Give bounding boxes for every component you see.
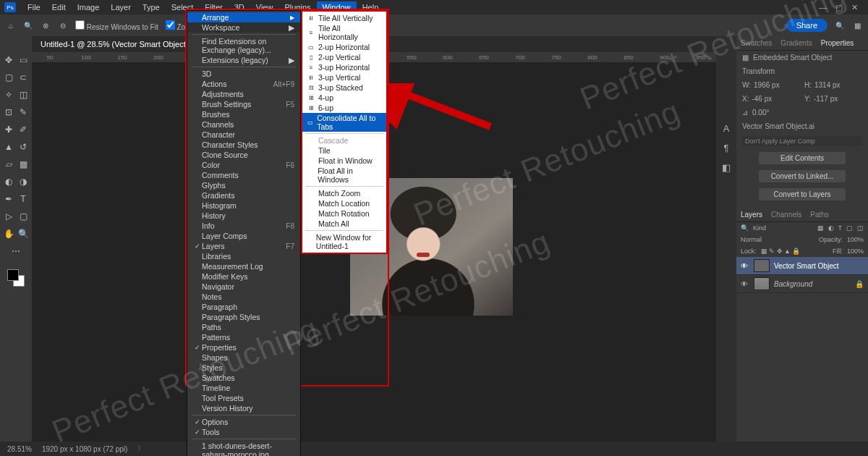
- type-panel-icon[interactable]: A: [723, 123, 730, 134]
- opacity-field[interactable]: 100%: [847, 236, 864, 243]
- menu-item[interactable]: ⊞6-up: [302, 103, 386, 113]
- menu-item[interactable]: Paragraph: [187, 302, 300, 312]
- wand-tool[interactable]: ✧: [2, 88, 15, 101]
- menu-item[interactable]: Glyphs: [187, 180, 300, 190]
- filter-pixel-icon[interactable]: ▦: [817, 224, 824, 232]
- menu-item[interactable]: Find Extensions on Exchange (legacy)...: [187, 36, 300, 55]
- swatches-panel-icon[interactable]: ◧: [722, 162, 731, 173]
- maximize-button[interactable]: ▢: [835, 3, 843, 12]
- menu-image[interactable]: Image: [72, 1, 106, 13]
- menu-item[interactable]: History: [187, 211, 300, 221]
- edit-toolbar[interactable]: ⋯: [9, 245, 22, 258]
- path-tool[interactable]: ▷: [2, 210, 15, 223]
- layer-row[interactable]: 👁Background🔒: [736, 275, 868, 293]
- zoom-tool[interactable]: 🔍: [17, 227, 30, 240]
- tab-gradients[interactable]: Gradients: [776, 37, 816, 49]
- menu-item[interactable]: Histogram: [187, 200, 300, 211]
- layer-row[interactable]: 👁Vector Smart Object: [736, 257, 868, 275]
- lasso-tool[interactable]: ⊂: [17, 71, 30, 84]
- search-icon[interactable]: 🔍: [835, 20, 845, 30]
- visibility-icon[interactable]: 👁: [741, 280, 749, 288]
- stamp-tool[interactable]: ▲: [2, 140, 15, 153]
- filter-smart-icon[interactable]: ◫: [857, 224, 864, 232]
- menu-edit[interactable]: Edit: [46, 1, 72, 13]
- type-tool[interactable]: T: [17, 193, 30, 206]
- tab-channels[interactable]: Channels: [767, 208, 806, 221]
- workspace-icon[interactable]: ▦: [852, 20, 862, 30]
- menu-item[interactable]: Workspace▶: [187, 22, 300, 33]
- menu-item[interactable]: ⫼Tile All Vertically: [302, 13, 386, 23]
- tab-layers[interactable]: Layers: [736, 208, 767, 221]
- share-button[interactable]: Share: [786, 19, 827, 32]
- marquee-tool[interactable]: ▢: [2, 71, 15, 84]
- menu-item[interactable]: Timeline: [187, 383, 300, 393]
- convert-linked-button[interactable]: Convert to Linked...: [759, 170, 846, 182]
- menu-item[interactable]: Patterns: [187, 332, 300, 342]
- move-tool[interactable]: ✥: [2, 54, 15, 67]
- menu-item[interactable]: Channels: [187, 119, 300, 130]
- zoom-tool-icon[interactable]: 🔍: [23, 20, 33, 30]
- menu-item[interactable]: Paths: [187, 322, 300, 332]
- x-field[interactable]: -46 px: [752, 95, 772, 103]
- menu-item[interactable]: ≡3-up Horizontal: [302, 62, 386, 72]
- height-field[interactable]: 1314 px: [814, 81, 841, 89]
- menu-item[interactable]: Match Zoom: [302, 188, 386, 198]
- menu-item[interactable]: Gradients: [187, 190, 300, 200]
- heal-tool[interactable]: ✚: [2, 123, 15, 136]
- menu-item[interactable]: Brushes: [187, 109, 300, 119]
- zoom-readout[interactable]: 28.51%: [7, 445, 32, 453]
- menu-item[interactable]: Tile: [302, 145, 386, 156]
- tab-paths[interactable]: Paths: [806, 208, 833, 221]
- shape-tool[interactable]: ▢: [17, 210, 30, 223]
- menu-item[interactable]: Extensions (legacy)▶: [187, 55, 300, 65]
- menu-item[interactable]: Float All in Windows: [302, 166, 386, 185]
- menu-item[interactable]: Clone Source: [187, 150, 300, 160]
- menu-item[interactable]: ✓Options: [187, 417, 300, 427]
- menu-item[interactable]: ▭Consolidate All to Tabs: [302, 113, 386, 132]
- menu-item[interactable]: ⊞4-up: [302, 93, 386, 103]
- menu-item[interactable]: Brush SettingsF5: [187, 99, 300, 109]
- menu-item[interactable]: Swatches: [187, 373, 300, 383]
- eraser-tool[interactable]: ▱: [2, 158, 15, 171]
- filter-kind-icon[interactable]: 🔍: [741, 224, 749, 232]
- filter-type-icon[interactable]: T: [838, 224, 843, 232]
- menu-item[interactable]: Layer Comps: [187, 231, 300, 241]
- menu-item[interactable]: 1 shot-dunes-desert-sahara-morocco.jpg: [187, 441, 300, 456]
- blend-mode-select[interactable]: Normal: [741, 236, 762, 243]
- menu-item[interactable]: 3D: [187, 69, 300, 79]
- menu-item[interactable]: ▭2-up Horizontal: [302, 42, 386, 52]
- zoom-in-icon[interactable]: ⊕: [41, 20, 51, 30]
- menu-item[interactable]: InfoF8: [187, 221, 300, 231]
- width-field[interactable]: 1966 px: [754, 81, 780, 89]
- menu-item[interactable]: Libraries: [187, 251, 300, 261]
- menu-item[interactable]: Match Rotation: [302, 208, 386, 219]
- doc-info[interactable]: 1920 px x 1080 px (72 ppi): [42, 445, 127, 453]
- angle-field[interactable]: 0.00°: [752, 109, 769, 117]
- filter-shape-icon[interactable]: ▢: [846, 224, 853, 232]
- resize-windows-checkbox[interactable]: Resize Windows to Fit: [75, 20, 158, 31]
- menu-item[interactable]: ✓Tools: [187, 427, 300, 437]
- menu-item[interactable]: ▯2-up Vertical: [302, 52, 386, 62]
- gradient-tool[interactable]: ▦: [17, 158, 30, 171]
- fill-field[interactable]: 100%: [847, 248, 864, 255]
- menu-item[interactable]: Comments: [187, 170, 300, 180]
- menu-item[interactable]: ≡Tile All Horizontally: [302, 23, 386, 42]
- pen-tool[interactable]: ✒: [2, 193, 15, 206]
- filter-adjust-icon[interactable]: ◐: [828, 224, 834, 232]
- lock-icons[interactable]: ▦ ✎ ✥ ▲ 🔒: [761, 248, 801, 255]
- brush-tool[interactable]: ✐: [17, 123, 30, 136]
- convert-layers-button[interactable]: Convert to Layers: [759, 188, 846, 200]
- tab-properties[interactable]: Properties: [817, 37, 859, 49]
- menu-item[interactable]: ✓LayersF7: [187, 241, 300, 251]
- menu-item[interactable]: Shapes: [187, 352, 300, 363]
- edit-contents-button[interactable]: Edit Contents: [759, 152, 846, 164]
- eyedropper-tool[interactable]: ✎: [17, 106, 30, 119]
- paragraph-panel-icon[interactable]: ¶: [724, 143, 729, 153]
- y-field[interactable]: -117 px: [814, 95, 838, 103]
- tab-swatches[interactable]: Swatches: [736, 37, 776, 49]
- artboard-tool[interactable]: ▭: [17, 54, 30, 67]
- menu-item[interactable]: Arrange▶: [187, 12, 300, 22]
- menu-item[interactable]: Match All: [302, 219, 386, 229]
- menu-item[interactable]: New Window for Untitled-1: [302, 232, 386, 251]
- blur-tool[interactable]: ◐: [2, 175, 15, 188]
